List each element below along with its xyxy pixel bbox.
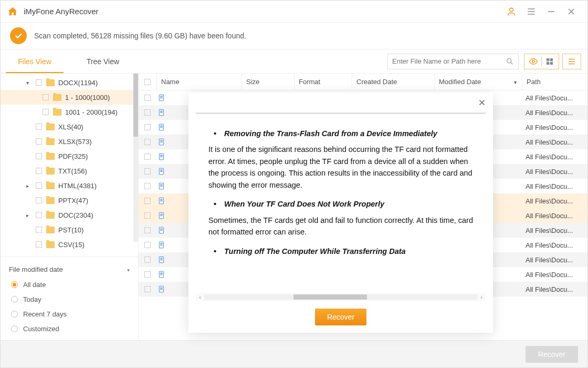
svg-rect-52 — [160, 258, 163, 259]
filter-panel: File modified date All dateTodayRecent 7… — [1, 257, 138, 340]
scroll-left-icon[interactable]: ‹ — [196, 294, 204, 300]
row-checkbox[interactable] — [139, 183, 156, 189]
col-name[interactable]: Name — [156, 74, 242, 90]
tree-label: XLSX(573) — [58, 138, 92, 146]
recover-button[interactable]: Recover — [526, 346, 578, 363]
search-icon[interactable] — [506, 57, 514, 66]
row-checkbox[interactable] — [139, 212, 156, 219]
doc-icon — [156, 152, 167, 161]
checkbox[interactable] — [36, 197, 42, 203]
checkbox[interactable] — [36, 153, 42, 159]
checkbox[interactable] — [36, 182, 42, 189]
tree-item[interactable]: CSV(15) — [1, 237, 138, 252]
row-checkbox[interactable] — [139, 271, 156, 278]
doc-icon — [156, 226, 167, 234]
scroll-track[interactable] — [204, 294, 477, 300]
col-path[interactable]: Path — [522, 74, 587, 90]
tree-item[interactable]: TXT(156) — [1, 163, 138, 178]
checkbox[interactable] — [36, 138, 42, 145]
horizontal-scrollbar[interactable]: ‹ › — [196, 293, 486, 301]
minimize-icon[interactable] — [546, 6, 556, 17]
close-icon[interactable] — [477, 98, 487, 107]
svg-rect-30 — [160, 171, 163, 172]
svg-rect-33 — [160, 185, 163, 186]
doc-icon — [156, 138, 167, 146]
tree-label: CSV(15) — [58, 241, 85, 249]
row-checkbox[interactable] — [139, 198, 156, 204]
col-size[interactable]: Size — [242, 74, 294, 90]
svg-point-0 — [510, 8, 513, 12]
tab-tree-view[interactable]: Tree View — [69, 49, 137, 73]
folder-icon — [46, 212, 55, 219]
cell-path: All Files\Docu... — [526, 124, 587, 131]
tree-item[interactable]: 1001 - 2000(194) — [1, 105, 138, 119]
search-box[interactable] — [387, 54, 519, 69]
modal-recover-button[interactable]: Recover — [315, 309, 366, 325]
checkbox[interactable] — [36, 79, 42, 86]
close-icon[interactable] — [566, 6, 576, 17]
expand-icon[interactable]: ▾ — [26, 80, 29, 86]
tree-item[interactable]: PDF(325) — [1, 149, 138, 163]
scroll-thumb[interactable] — [133, 74, 138, 137]
expand-icon[interactable]: ▸ — [26, 212, 29, 218]
list-icon — [567, 57, 576, 66]
svg-rect-25 — [160, 156, 163, 156]
tree-item[interactable]: ▸DOC(2304) — [1, 208, 138, 222]
row-checkbox[interactable] — [139, 257, 156, 263]
preview-grid-toggle[interactable] — [524, 54, 559, 69]
filter-option-label: Today — [23, 295, 41, 303]
checkbox[interactable] — [43, 109, 49, 115]
filter-option[interactable]: Customized — [9, 321, 130, 336]
col-format[interactable]: Format — [294, 74, 352, 90]
list-view-button[interactable] — [562, 54, 581, 69]
preview-paragraph: It is one of the significant reasons beh… — [208, 144, 473, 191]
expand-icon[interactable]: ▸ — [26, 183, 29, 189]
tab-files-view[interactable]: Files View — [1, 49, 69, 73]
checkbox[interactable] — [36, 241, 42, 248]
doc-icon — [156, 285, 167, 293]
row-checkbox[interactable] — [139, 139, 156, 145]
row-checkbox[interactable] — [139, 95, 156, 101]
tree-item[interactable]: XLS(40) — [1, 119, 138, 134]
doc-icon — [156, 108, 167, 117]
filter-option[interactable]: All date — [9, 277, 130, 292]
hamburger-icon[interactable] — [526, 6, 537, 17]
row-checkbox[interactable] — [139, 109, 156, 116]
tree-item[interactable]: 1 - 1000(1000) — [1, 90, 138, 105]
row-checkbox[interactable] — [139, 242, 156, 248]
user-icon[interactable] — [506, 6, 517, 17]
row-checkbox[interactable] — [139, 227, 156, 233]
tree-label: DOC(2304) — [58, 211, 93, 219]
tree-item[interactable]: ▾DOCX(1194) — [1, 75, 138, 90]
filter-option[interactable]: Recent 7 days — [9, 306, 130, 321]
svg-rect-20 — [160, 140, 163, 141]
checkbox[interactable] — [36, 212, 42, 218]
svg-rect-54 — [160, 260, 163, 260]
checkbox[interactable] — [36, 124, 42, 130]
checkbox[interactable] — [36, 168, 42, 174]
scroll-thumb[interactable] — [293, 294, 367, 300]
home-icon[interactable] — [7, 6, 18, 17]
row-checkbox[interactable] — [139, 154, 156, 160]
scroll-right-icon[interactable]: › — [477, 294, 486, 300]
tree-item[interactable]: ▸HTML(4381) — [1, 178, 138, 193]
tree-item[interactable]: XLSX(573) — [1, 134, 138, 149]
search-input[interactable] — [392, 57, 506, 65]
checkbox[interactable] — [36, 227, 42, 233]
tree-item[interactable]: PPTX(47) — [1, 193, 138, 208]
folder-icon — [53, 94, 61, 101]
col-modified[interactable]: Modified Date — [434, 74, 522, 90]
col-created[interactable]: Created Date — [352, 74, 434, 90]
row-checkbox[interactable] — [139, 168, 156, 175]
row-checkbox[interactable] — [139, 124, 156, 130]
svg-rect-9 — [160, 97, 163, 97]
filter-option[interactable]: Today — [9, 292, 130, 306]
row-checkbox[interactable] — [139, 286, 156, 292]
status-bar: Scan completed, 56128 missing files (9.6… — [1, 23, 587, 49]
folder-icon — [46, 241, 55, 248]
header-checkbox[interactable] — [139, 79, 156, 85]
tree-item[interactable]: PST(10) — [1, 222, 138, 237]
svg-rect-24 — [160, 155, 163, 156]
checkbox[interactable] — [43, 94, 49, 100]
filter-header[interactable]: File modified date — [9, 261, 130, 277]
